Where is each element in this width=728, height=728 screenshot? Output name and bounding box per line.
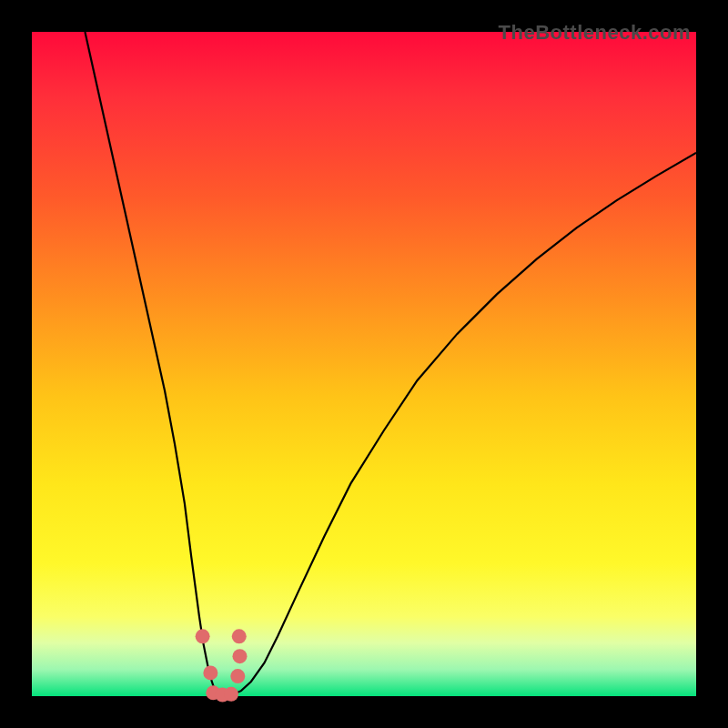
chart-svg (0, 0, 728, 728)
marker-dot (196, 629, 210, 643)
marker-dot (232, 629, 247, 643)
green-band (32, 656, 696, 696)
curve-right-branch (222, 153, 696, 696)
outer-frame: TheBottleneck.com (0, 0, 728, 728)
curve-left-branch (85, 32, 221, 696)
marker-dot (224, 687, 238, 702)
marker-dot (230, 669, 245, 683)
marker-dot (232, 649, 247, 663)
marker-dot (203, 665, 217, 680)
